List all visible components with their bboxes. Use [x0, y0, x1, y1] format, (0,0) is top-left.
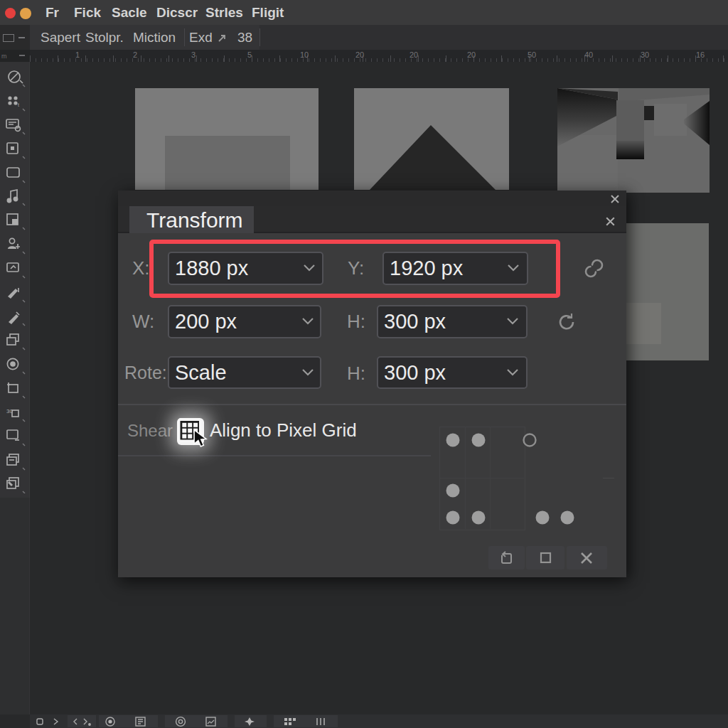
- svg-text:t: t: [18, 102, 19, 107]
